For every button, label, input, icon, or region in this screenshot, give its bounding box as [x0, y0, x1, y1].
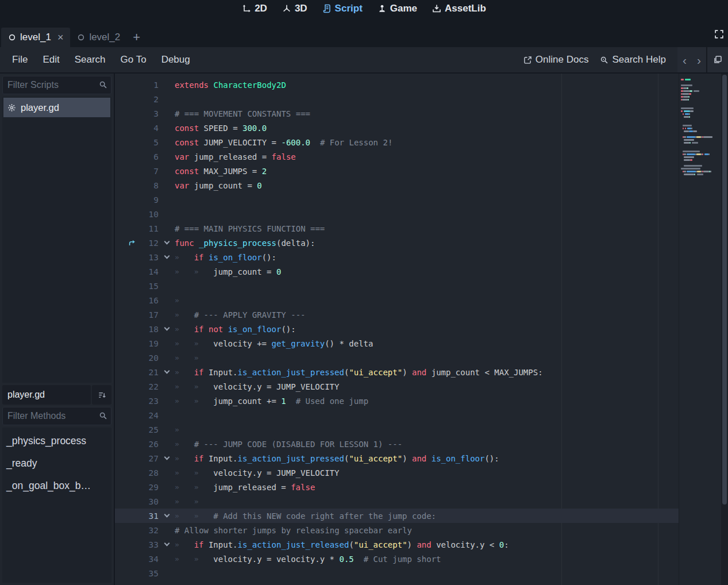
tab-indent-marker: »: [175, 267, 194, 276]
menu-file[interactable]: File: [5, 49, 35, 70]
line-number: 24: [138, 411, 159, 420]
fold-toggle-icon[interactable]: [159, 328, 175, 330]
menu-edit[interactable]: Edit: [35, 49, 67, 70]
code-line[interactable]: 34»»velocity.y = velocity.y * 0.5 # Cut …: [115, 552, 679, 566]
code-token: [426, 454, 431, 463]
scene-tab-level_2[interactable]: level_2: [70, 28, 127, 47]
scripts-panel-toggle-icon[interactable]: [706, 47, 728, 72]
code-line[interactable]: 8var jump_count = 0: [115, 178, 679, 193]
workspace-tab-2d[interactable]: 2D: [242, 3, 267, 14]
minimap-line: [703, 136, 713, 138]
minimap-line: [684, 136, 687, 138]
code-line[interactable]: 10: [115, 207, 679, 221]
tab-indent-marker: »: [194, 555, 214, 563]
code-line[interactable]: 24: [115, 408, 679, 422]
filter-methods-input[interactable]: [2, 407, 111, 425]
code-line[interactable]: 16»: [115, 293, 679, 307]
fold-toggle-icon[interactable]: [159, 371, 175, 373]
3d-icon: [282, 4, 291, 13]
current-script-name: player.gd: [2, 385, 91, 405]
code-line[interactable]: 19»»velocity += get_gravity() * delta: [115, 336, 679, 351]
close-icon[interactable]: ×: [57, 32, 64, 43]
method-list-item[interactable]: _on_goal_box_b…: [2, 475, 111, 497]
code-line[interactable]: 17»# --- APPLY GRAVITY ---: [115, 307, 679, 322]
workspace-tab-3d[interactable]: 3D: [282, 3, 307, 14]
minimap-line: [691, 128, 692, 129]
code-content: »»velocity.y = JUMP_VELOCITY: [175, 468, 679, 478]
code-line[interactable]: 33»if Input.is_action_just_released("ui_…: [115, 537, 679, 552]
minimap-line: [684, 110, 690, 112]
line-number: 21: [138, 368, 159, 377]
code-line[interactable]: 13»if is_on_floor():: [115, 250, 679, 264]
fold-toggle-icon[interactable]: [159, 457, 175, 459]
vertical-scrollbar[interactable]: [721, 74, 728, 585]
method-list-item[interactable]: _ready: [2, 452, 111, 475]
code-token: 2: [262, 167, 267, 176]
code-line[interactable]: 12func _physics_process(delta):: [115, 236, 679, 250]
script-list-item[interactable]: player.gd: [3, 98, 110, 117]
code-token: if: [194, 325, 204, 334]
menu-search[interactable]: Search: [67, 49, 113, 70]
code-line[interactable]: 26»# --- JUMP CODE (DISABLED FOR LESSON …: [115, 437, 679, 451]
code-line[interactable]: 21»if Input.is_action_just_pressed("ui_a…: [115, 365, 679, 379]
tab-indent-marker: »: [175, 511, 194, 520]
code-token: ): [407, 540, 417, 549]
fold-toggle-icon[interactable]: [159, 242, 175, 244]
code-editor[interactable]: 1extends CharacterBody2D23# === MOVEMENT…: [115, 74, 728, 585]
code-line[interactable]: 15: [115, 279, 679, 293]
code-line[interactable]: 27»if Input.is_action_just_pressed("ui_a…: [115, 451, 679, 465]
method-list-item[interactable]: _physics_process: [2, 430, 111, 452]
code-line[interactable]: 18»if not is_on_floor():: [115, 322, 679, 336]
add-scene-tab-button[interactable]: +: [127, 30, 146, 47]
history-forward-button[interactable]: ›: [692, 54, 706, 66]
code-line[interactable]: 14»»jump_count = 0: [115, 264, 679, 279]
code-line[interactable]: 29»»jump_released = false: [115, 480, 679, 494]
scrollbar-grabber[interactable]: [722, 75, 727, 505]
code-line[interactable]: 22»»velocity.y = JUMP_VELOCITY: [115, 379, 679, 394]
code-line[interactable]: 3# === MOVEMENT CONSTANTS ===: [115, 106, 679, 121]
code-line[interactable]: 30»»: [115, 494, 679, 509]
code-line[interactable]: 35: [115, 566, 679, 580]
filter-scripts-input[interactable]: [2, 76, 111, 94]
workspace-tab-assetlib[interactable]: AssetLib: [432, 3, 486, 14]
distraction-free-mode-icon[interactable]: [714, 29, 724, 41]
online-docs-button[interactable]: Online Docs: [518, 54, 595, 66]
workspace-tab-game[interactable]: Game: [378, 3, 417, 14]
line-number: 31: [138, 511, 159, 521]
code-line[interactable]: 31»»# Add this NEW code right after the …: [115, 509, 679, 523]
code-line[interactable]: 9: [115, 193, 679, 207]
fold-toggle-icon[interactable]: [159, 256, 175, 258]
code-line[interactable]: 5const JUMP_VELOCITY = -600.0 # For Less…: [115, 135, 679, 149]
code-line[interactable]: 4const SPEED = 300.0: [115, 121, 679, 135]
code-token: if: [194, 253, 204, 262]
code-token: if: [194, 454, 204, 463]
code-line[interactable]: 6var jump_released = false: [115, 149, 679, 164]
fold-toggle-icon[interactable]: [159, 544, 175, 545]
sort-methods-icon[interactable]: [92, 385, 111, 405]
minimap-line: [681, 84, 692, 86]
code-line[interactable]: 25»: [115, 422, 679, 437]
menu-go-to[interactable]: Go To: [113, 49, 154, 70]
code-line[interactable]: 23»»jump_count += 1 # Used one jump: [115, 394, 679, 408]
code-line[interactable]: 2: [115, 92, 679, 106]
scene-tab-level_1[interactable]: level_1×: [1, 28, 70, 47]
code-token: const: [175, 124, 199, 133]
workspace-tab-script[interactable]: Script: [322, 3, 363, 14]
history-back-button[interactable]: ‹: [677, 54, 692, 66]
fold-toggle-icon[interactable]: [159, 515, 175, 517]
code-token: jump_count +=: [213, 397, 281, 406]
minimap[interactable]: [679, 74, 721, 585]
menu-debug[interactable]: Debug: [154, 49, 198, 70]
tab-indent-marker: »: [175, 296, 194, 305]
code-line[interactable]: 28»»velocity.y = JUMP_VELOCITY: [115, 465, 679, 480]
code-line[interactable]: 1extends CharacterBody2D: [115, 78, 679, 92]
search-help-button[interactable]: Search Help: [594, 54, 672, 66]
minimap-line: [685, 113, 690, 115]
code-line[interactable]: 20»»: [115, 351, 679, 365]
filter-scripts-field: [2, 76, 111, 94]
code-line[interactable]: 7const MAX_JUMPS = 2: [115, 164, 679, 178]
code-line[interactable]: 32# Allow shorter jumps by releasing spa…: [115, 523, 679, 537]
code-line[interactable]: 11# === MAIN PHYSICS FUNCTION ===: [115, 221, 679, 236]
code-content: »»jump_count = 0: [175, 267, 679, 276]
2d-icon: [242, 4, 251, 13]
